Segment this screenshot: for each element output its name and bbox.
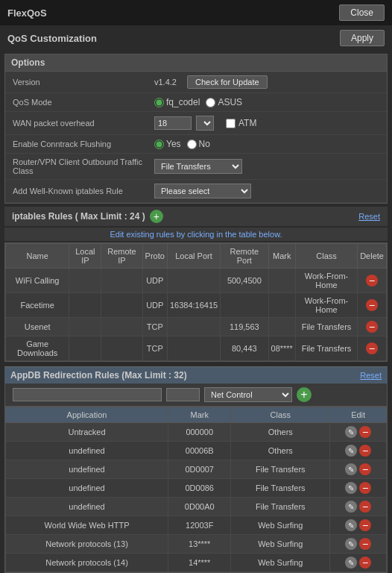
conntrack-options: Yes No xyxy=(154,139,379,149)
asus-label: ASUS xyxy=(218,97,242,107)
appdb-reset-link[interactable]: Reset xyxy=(360,371,382,380)
table-row[interactable]: WiFi Calling UDP 500,4500 Work-From-Home… xyxy=(6,269,387,293)
edit-rule-button[interactable]: ✎ xyxy=(345,463,357,475)
delete-appdb-rule-button[interactable]: − xyxy=(359,426,371,438)
wan-packet-input[interactable] xyxy=(154,116,192,130)
delete-rule-button[interactable]: − xyxy=(366,275,378,286)
appdb-search-row: Net Control File Transfers Work-From-Hom… xyxy=(4,383,388,407)
cell-delete: − xyxy=(358,318,387,336)
cell-remote-port: 119,563 xyxy=(221,318,268,336)
close-button[interactable]: Close xyxy=(339,4,385,21)
delete-rule-button[interactable]: − xyxy=(366,342,378,354)
add-appdb-rule-button[interactable]: + xyxy=(297,387,312,402)
delete-rule-button[interactable]: − xyxy=(366,321,378,333)
edit-rule-button[interactable]: ✎ xyxy=(345,557,357,569)
list-item[interactable]: World Wide Web HTTP 12003F Web Surfing ✎… xyxy=(6,516,387,535)
qos-mode-label: QoS Mode xyxy=(13,98,154,107)
appdb-mark-input[interactable] xyxy=(166,388,200,401)
wan-packet-select[interactable]: ▼ xyxy=(196,116,214,131)
router-traffic-select[interactable]: File Transfers Work-From-Home Web Surfin… xyxy=(154,159,242,174)
col-local-ip: Local IP xyxy=(69,244,101,269)
appdb-cell-mark: 00006B xyxy=(168,442,231,460)
list-item[interactable]: undefined 00006B Others ✎ − xyxy=(6,442,387,460)
edit-buttons: ✎ − xyxy=(332,482,384,494)
appdb-class-select[interactable]: Net Control File Transfers Work-From-Hom… xyxy=(204,387,292,402)
cell-delete: − xyxy=(358,293,387,318)
delete-appdb-rule-button[interactable]: − xyxy=(359,463,371,475)
appdb-cell-mark: 14**** xyxy=(168,554,231,572)
col-class: Class xyxy=(295,244,357,269)
edit-rule-button[interactable]: ✎ xyxy=(345,445,357,457)
appdb-cell-mark: 0D0086 xyxy=(168,479,231,498)
appdb-cell-mark: 12003F xyxy=(168,516,231,535)
edit-rule-button[interactable]: ✎ xyxy=(345,519,357,531)
cell-class: File Transfers xyxy=(295,318,357,336)
qos-mode-fq-codel[interactable]: fq_codel xyxy=(154,97,200,107)
delete-appdb-rule-button[interactable]: − xyxy=(359,501,371,513)
list-item[interactable]: Network protocols (13) 13**** Web Surfin… xyxy=(6,535,387,554)
delete-rule-button[interactable]: − xyxy=(366,299,378,311)
edit-rule-button[interactable]: ✎ xyxy=(345,482,357,494)
appdb-search-input[interactable] xyxy=(13,388,162,401)
apply-button[interactable]: Apply xyxy=(340,30,385,46)
appdb-cell-class: Web Surfing xyxy=(231,516,330,535)
cell-remote-ip xyxy=(101,318,142,336)
qos-mode-asus[interactable]: ASUS xyxy=(206,97,242,107)
list-item[interactable]: undefined 0D00A0 File Transfers ✎ − xyxy=(6,498,387,516)
atm-label: ATM xyxy=(238,118,256,128)
edit-buttons: ✎ − xyxy=(332,557,384,569)
delete-appdb-rule-button[interactable]: − xyxy=(359,445,371,457)
edit-rule-button[interactable]: ✎ xyxy=(345,426,357,438)
table-row[interactable]: Usenet TCP 119,563 File Transfers − xyxy=(6,318,387,336)
table-row[interactable]: Game Downloads TCP 80,443 08**** File Tr… xyxy=(6,336,387,361)
router-traffic-label: Router/VPN Client Outbound Traffic Class xyxy=(13,157,154,175)
iptables-title-area: iptables Rules ( Max Limit : 24 ) + xyxy=(12,210,163,223)
check-update-button[interactable]: Check for Update xyxy=(187,75,268,89)
col-proto: Proto xyxy=(142,244,167,269)
appdb-cell-class: File Transfers xyxy=(231,460,330,479)
cell-mark xyxy=(268,293,295,318)
edit-rule-button[interactable]: ✎ xyxy=(345,501,357,513)
cell-local-port: 16384:16415 xyxy=(167,293,220,318)
list-item[interactable]: undefined 0D0086 File Transfers ✎ − xyxy=(6,479,387,498)
add-known-rules-label: Add Well-Known iptables Rule xyxy=(13,187,154,195)
appdb-cell-class: File Transfers xyxy=(231,498,330,516)
list-item[interactable]: Untracked 000000 Others ✎ − xyxy=(6,423,387,442)
delete-appdb-rule-button[interactable]: − xyxy=(359,557,371,569)
delete-appdb-rule-button[interactable]: − xyxy=(359,538,371,550)
router-traffic-row: Router/VPN Client Outbound Traffic Class… xyxy=(5,154,387,180)
appdb-cell-app: undefined xyxy=(6,498,168,516)
iptables-header-row: Name Local IP Remote IP Proto Local Port… xyxy=(6,244,387,269)
table-row[interactable]: Facetime UDP 16384:16415 Work-From-Home … xyxy=(6,293,387,318)
atm-checkbox[interactable] xyxy=(226,119,235,128)
conntrack-label: Enable Conntrack Flushing xyxy=(13,140,154,148)
appdb-header: AppDB Redirection Rules (Max Limit : 32)… xyxy=(4,366,388,383)
conntrack-no[interactable]: No xyxy=(187,139,210,149)
cell-remote-ip xyxy=(101,269,142,293)
list-item[interactable]: Network protocols (14) 14**** Web Surfin… xyxy=(6,554,387,572)
iptables-edit-hint: Edit existing rules by clicking in the t… xyxy=(4,228,388,241)
delete-appdb-rule-button[interactable]: − xyxy=(359,519,371,531)
edit-buttons: ✎ − xyxy=(332,463,384,475)
iptables-reset-link[interactable]: Reset xyxy=(358,212,380,221)
conntrack-no-label: No xyxy=(199,139,210,149)
cell-remote-port: 500,4500 xyxy=(221,269,268,293)
conntrack-yes[interactable]: Yes xyxy=(154,139,181,149)
wan-packet-row: WAN packet overhead ▼ ATM xyxy=(5,112,387,135)
appdb-cell-mark: 0D00A0 xyxy=(168,498,231,516)
add-known-rules-value: Please select xyxy=(154,184,379,198)
appdb-cell-edit: ✎ − xyxy=(330,479,387,498)
cell-remote-ip xyxy=(101,293,142,318)
cell-class: Work-From-Home xyxy=(295,269,357,293)
appdb-cell-app: undefined xyxy=(6,479,168,498)
cell-proto: UDP xyxy=(142,293,167,318)
appdb-cell-edit: ✎ − xyxy=(330,535,387,554)
edit-rule-button[interactable]: ✎ xyxy=(345,538,357,550)
add-iptables-rule-button[interactable]: + xyxy=(150,210,163,223)
add-known-rules-select[interactable]: Please select xyxy=(154,184,251,198)
list-item[interactable]: undefined 0D0007 File Transfers ✎ − xyxy=(6,460,387,479)
appdb-cell-class: Web Surfing xyxy=(231,554,330,572)
appdb-cell-class: Others xyxy=(231,423,330,442)
col-local-port: Local Port xyxy=(167,244,220,269)
delete-appdb-rule-button[interactable]: − xyxy=(359,482,371,494)
